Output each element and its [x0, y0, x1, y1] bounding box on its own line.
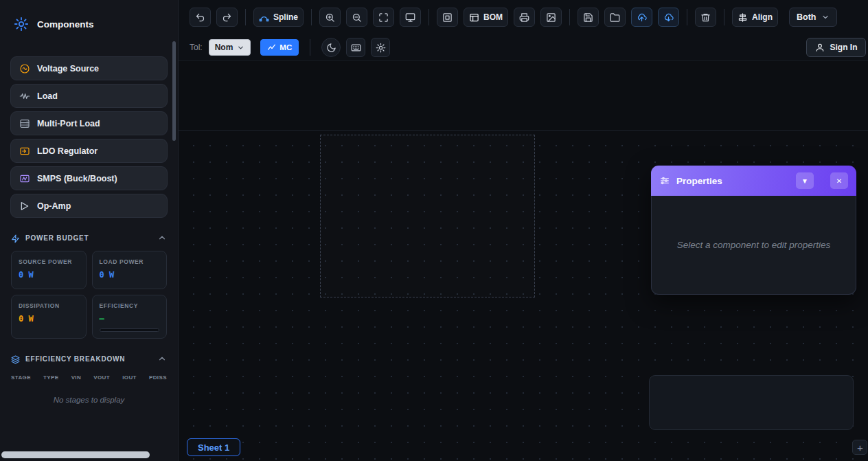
components-gear-icon [14, 16, 29, 32]
align-button[interactable]: Align [732, 8, 778, 27]
efficiency-progress-bar [100, 328, 160, 332]
save-icon [583, 12, 593, 23]
efficiency-breakdown-header[interactable]: EFFICIENCY BREAKDOWN [11, 354, 167, 363]
column-pdiss: PDISS [149, 374, 167, 381]
undo-button[interactable] [190, 8, 211, 27]
trash-icon [700, 12, 711, 23]
collapse-icon: ▼ [801, 177, 808, 185]
close-panel-button[interactable]: ✕ [830, 172, 848, 189]
properties-panel: Properties ▼ ✕ Select a component to edi… [651, 166, 856, 295]
align-icon [738, 12, 748, 23]
column-vin: VIN [71, 374, 82, 381]
chevron-up-icon[interactable] [157, 354, 167, 363]
top-toolbar: Spline [179, 0, 868, 61]
stat-label: DISSIPATION [19, 302, 79, 310]
sign-in-button[interactable]: Sign In [806, 38, 866, 57]
component-item-load[interactable]: Load [10, 84, 168, 108]
save-button[interactable] [578, 8, 599, 27]
multi-port-load-icon [19, 118, 30, 129]
redo-button[interactable] [216, 8, 238, 27]
component-label: Op-Amp [37, 201, 71, 211]
stat-label: LOAD POWER [100, 258, 160, 266]
main-area: Spline [179, 0, 868, 461]
column-type: TYPE [43, 374, 59, 381]
cloud-upload-button[interactable] [631, 8, 652, 27]
stat-card-dissipation: DISSIPATION 0 W [11, 295, 87, 339]
viewport-icon [442, 12, 453, 23]
keyboard-shortcuts-button[interactable] [346, 38, 365, 57]
bom-button[interactable]: BOM [464, 8, 508, 27]
chevron-up-icon[interactable] [157, 233, 167, 243]
component-label: Multi-Port Load [37, 119, 100, 128]
components-sidebar: Components Voltage Source Load Multi-Por… [0, 0, 179, 461]
toolbar-divider [687, 9, 687, 25]
column-vout: VOUT [93, 374, 110, 381]
align-mode-value: Both [797, 12, 816, 22]
component-item-op-amp[interactable]: Op-Amp [10, 194, 168, 218]
sidebar-vertical-scrollbar[interactable] [172, 41, 176, 141]
cloud-download-button[interactable] [658, 8, 679, 27]
mc-label: MC [279, 43, 292, 52]
zoom-in-button[interactable] [319, 8, 341, 27]
component-list: Voltage Source Load Multi-Port Load LDO … [10, 56, 168, 218]
delete-button[interactable] [695, 8, 716, 27]
zoom-out-button[interactable] [346, 8, 367, 27]
sheet-boundary [320, 135, 535, 297]
mc-chart-icon [267, 43, 276, 52]
gear-icon [376, 43, 386, 53]
align-mode-select[interactable]: Both [789, 8, 837, 27]
properties-empty-message: Select a component to edit properties [677, 238, 831, 253]
stat-label: SOURCE POWER [19, 258, 79, 266]
schematic-canvas[interactable]: Properties ▼ ✕ Select a component to edi… [179, 61, 868, 461]
image-icon [546, 12, 556, 23]
properties-panel-body: Select a component to edit properties [651, 196, 856, 295]
dark-mode-toggle[interactable] [321, 38, 341, 57]
stat-card-load-power: LOAD POWER 0 W [92, 251, 168, 289]
sidebar-horizontal-scrollbar[interactable] [1, 451, 150, 458]
stat-label: EFFICIENCY [100, 302, 160, 310]
properties-panel-header[interactable]: Properties ▼ ✕ [651, 166, 856, 196]
add-sheet-button[interactable]: + [852, 440, 867, 455]
spline-icon [259, 12, 269, 23]
component-item-smps[interactable]: SMPS (Buck/Boost) [10, 166, 168, 190]
sheet-tab-label: Sheet 1 [198, 442, 229, 453]
component-label: Load [37, 91, 58, 101]
efficiency-table-header: STAGE TYPE VIN VOUT IOUT PDISS [11, 374, 167, 381]
cloud-upload-icon [637, 12, 647, 23]
viewport-capture-button[interactable] [437, 8, 458, 27]
component-item-multi-port-load[interactable]: Multi-Port Load [10, 111, 168, 135]
moon-icon [326, 43, 336, 53]
minimap-panel[interactable] [649, 375, 854, 430]
printer-icon [519, 12, 529, 23]
stat-value: 0 W [19, 270, 79, 280]
print-button[interactable] [514, 8, 535, 27]
stat-value: — [100, 314, 160, 324]
ldo-regulator-icon [19, 146, 30, 157]
component-item-voltage-source[interactable]: Voltage Source [10, 56, 168, 80]
user-icon [815, 43, 825, 52]
settings-button[interactable] [371, 38, 390, 57]
sidebar-header: Components [0, 0, 178, 38]
sheet-tab[interactable]: Sheet 1 [187, 438, 240, 456]
display-button[interactable] [400, 8, 421, 27]
spline-button[interactable]: Spline [253, 8, 304, 27]
plus-icon: + [857, 442, 863, 453]
export-image-button[interactable] [540, 8, 562, 27]
zoom-out-icon [352, 12, 362, 23]
toolbar-divider [724, 9, 724, 25]
tolerance-select[interactable]: Nom [209, 39, 251, 56]
collapse-panel-button[interactable]: ▼ [796, 172, 814, 189]
toolbar-divider [310, 39, 310, 56]
power-budget-header[interactable]: POWER BUDGET [11, 233, 167, 243]
tolerance-value: Nom [215, 43, 233, 52]
folder-icon [610, 12, 620, 23]
column-iout: IOUT [122, 374, 137, 381]
fit-view-button[interactable] [373, 8, 394, 27]
component-label: Voltage Source [37, 64, 99, 74]
sliders-icon [659, 175, 670, 186]
open-file-button[interactable] [604, 8, 626, 27]
load-icon [19, 91, 30, 102]
sign-in-label: Sign In [830, 43, 857, 52]
monte-carlo-button[interactable]: MC [260, 39, 299, 56]
component-item-ldo-regulator[interactable]: LDO Regulator [10, 139, 168, 163]
